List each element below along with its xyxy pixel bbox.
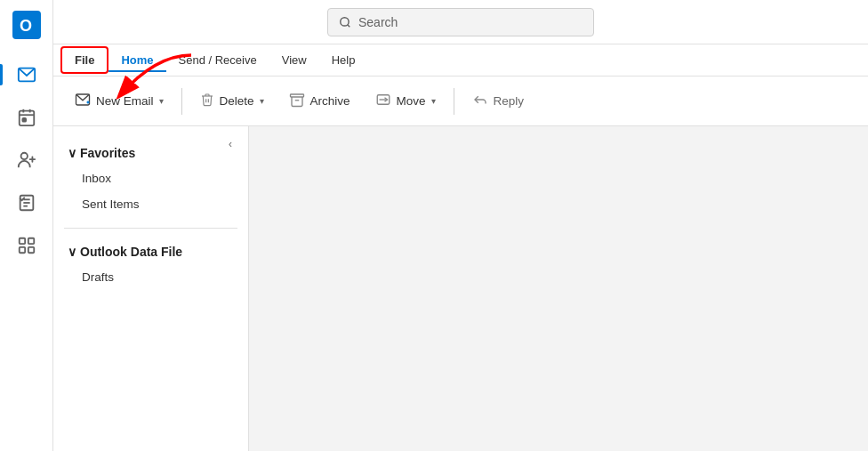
new-email-button[interactable]: New Email ▾ (64, 84, 174, 119)
toolbar: New Email ▾ Delete ▾ (53, 77, 868, 126)
content-area: ‹ ∨ Favorites Inbox Sent Items ∨ Outlook… (53, 126, 868, 451)
search-icon (339, 16, 351, 28)
reply-button[interactable]: Reply (462, 84, 535, 119)
move-icon (375, 92, 391, 110)
new-email-dropdown-arrow[interactable]: ▾ (159, 96, 164, 106)
move-button[interactable]: Move ▾ (365, 84, 446, 119)
search-box[interactable]: Search (327, 8, 594, 36)
menu-home[interactable]: Home (108, 48, 165, 72)
delete-label: Delete (220, 94, 254, 108)
svg-rect-15 (19, 247, 24, 253)
svg-line-19 (348, 24, 350, 27)
archive-icon (289, 92, 305, 110)
sidebar-people-icon[interactable] (7, 141, 46, 180)
new-email-label: New Email (96, 94, 154, 108)
svg-rect-7 (22, 118, 26, 122)
archive-label: Archive (310, 94, 350, 108)
inbox-folder-item[interactable]: Inbox (53, 165, 248, 191)
menu-file[interactable]: File (60, 46, 108, 74)
search-placeholder-text: Search (358, 15, 398, 29)
svg-rect-3 (19, 111, 34, 126)
archive-button[interactable]: Archive (278, 84, 361, 119)
sidebar-tasks-icon[interactable] (7, 183, 46, 222)
delete-icon (200, 92, 214, 110)
svg-rect-14 (28, 238, 33, 244)
svg-point-8 (20, 153, 27, 159)
menu-help[interactable]: Help (319, 48, 368, 72)
outlook-data-chevron: ∨ (68, 245, 76, 259)
drafts-folder-item[interactable]: Drafts (53, 264, 248, 290)
favorites-label: Favorites (80, 146, 135, 160)
toolbar-sep-1 (181, 88, 182, 115)
outlook-data-label: Outlook Data File (80, 245, 182, 259)
delete-button[interactable]: Delete ▾ (189, 84, 275, 119)
sent-items-folder-item[interactable]: Sent Items (53, 191, 248, 217)
svg-rect-23 (290, 94, 303, 97)
reply-icon (472, 92, 488, 110)
toolbar-sep-2 (454, 88, 454, 115)
new-email-icon (75, 92, 91, 110)
collapse-panel-button[interactable]: ‹ (220, 133, 241, 155)
outlook-logo-icon: O (12, 11, 41, 39)
delete-dropdown-arrow[interactable]: ▾ (260, 96, 264, 106)
move-dropdown-arrow[interactable]: ▾ (431, 96, 436, 106)
sidebar-mail-icon[interactable] (7, 55, 46, 94)
svg-rect-16 (28, 247, 33, 253)
svg-rect-13 (19, 238, 24, 244)
menu-send-receive[interactable]: Send / Receive (166, 48, 269, 72)
sidebar-calendar-icon[interactable] (7, 98, 46, 137)
outlook-logo: O (9, 7, 44, 43)
menubar: File Home Send / Receive View Help (53, 44, 868, 77)
menu-view[interactable]: View (269, 48, 319, 72)
favorites-chevron: ∨ (68, 146, 76, 160)
email-list-panel (249, 126, 868, 451)
topbar: Search (53, 0, 868, 44)
main-wrapper: Search File Home Send / Receive View Hel… (53, 0, 868, 451)
folder-panel: ‹ ∨ Favorites Inbox Sent Items ∨ Outlook… (53, 126, 249, 451)
outlook-data-section: ∨ Outlook Data File Drafts (53, 232, 248, 297)
reply-label: Reply (494, 94, 525, 108)
sidebar: O (0, 0, 53, 451)
folder-divider (64, 228, 237, 229)
svg-text:O: O (20, 17, 32, 35)
move-label: Move (397, 94, 426, 108)
svg-point-18 (341, 17, 349, 25)
sidebar-apps-icon[interactable] (7, 226, 46, 265)
outlook-data-header[interactable]: ∨ Outlook Data File (53, 239, 248, 264)
